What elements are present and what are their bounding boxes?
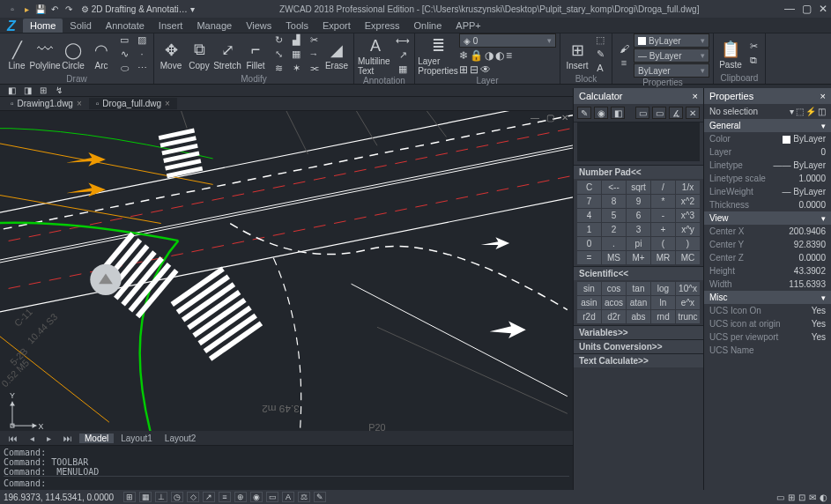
more-draw-icon[interactable]: ⋯ — [134, 62, 150, 74]
tab-solid[interactable]: Solid — [63, 19, 98, 33]
copy-button[interactable]: ⧉Copy — [186, 38, 212, 70]
tab-app[interactable]: APP+ — [449, 19, 487, 33]
layer-iso-icon[interactable]: ◐ — [495, 49, 504, 62]
calc-key[interactable]: * — [651, 195, 675, 208]
calc-key[interactable]: 10^x — [676, 282, 700, 295]
model-toggle[interactable]: ▭ — [266, 492, 278, 502]
match-props-icon[interactable]: 🖌 — [616, 42, 632, 55]
layer-lock-icon[interactable]: ◑ — [485, 49, 493, 62]
close-icon[interactable]: × — [820, 91, 826, 101]
vars-header[interactable]: Variables>> — [574, 325, 703, 339]
selection-name[interactable]: No selection — [709, 107, 758, 116]
tab-express[interactable]: Express — [358, 19, 407, 33]
close-icon[interactable]: × — [693, 91, 698, 101]
calc-key[interactable]: atan — [627, 296, 650, 309]
calc-key[interactable]: r2d — [577, 310, 601, 323]
fillet-button[interactable]: ⌐Fillet — [242, 38, 269, 70]
drawing-area[interactable]: — ▢ ✕ — [0, 111, 573, 431]
props-dd-icon[interactable]: ▾ — [790, 107, 794, 116]
tb-icon-2[interactable]: ◨ — [21, 85, 33, 96]
mirror-icon[interactable]: ▟ — [288, 33, 304, 46]
calc-key[interactable]: C — [577, 181, 601, 194]
calc-key[interactable]: . — [602, 237, 626, 250]
erase-button[interactable]: ◢Erase — [323, 38, 350, 70]
tab-online[interactable]: Online — [407, 19, 449, 33]
lweight-selector[interactable]: — ByLayer — [634, 48, 709, 63]
numpad-header[interactable]: Number Pad<< — [574, 165, 703, 179]
ann2-toggle[interactable]: ⚖ — [298, 492, 310, 502]
calc-tb-5-icon[interactable]: ▭ — [652, 107, 666, 119]
array-icon[interactable]: ▦ — [288, 48, 304, 60]
circle-button[interactable]: ◯Circle — [60, 38, 86, 70]
cycle-toggle[interactable]: ◉ — [250, 492, 263, 502]
calc-key[interactable]: 9 — [627, 195, 650, 208]
app-logo-icon[interactable]: Z — [2, 18, 21, 35]
calc-key[interactable]: ) — [676, 237, 700, 250]
calc-key[interactable]: 8 — [602, 195, 626, 208]
layout-2[interactable]: Layout2 — [160, 434, 202, 443]
new-icon[interactable]: ▫ — [7, 4, 18, 14]
calc-tb-6-icon[interactable]: ∡ — [669, 107, 683, 119]
ann3-toggle[interactable]: ✎ — [314, 492, 326, 502]
calc-key[interactable]: <-- — [602, 181, 626, 194]
copy-clip-icon[interactable]: ⧉ — [746, 55, 761, 67]
calc-key[interactable]: sqrt — [627, 181, 650, 194]
calc-key[interactable]: x^y — [676, 223, 700, 236]
tb-icon-1[interactable]: ◧ — [5, 85, 18, 96]
tab-manage[interactable]: Manage — [189, 19, 239, 33]
prev-icon[interactable]: ◂ — [25, 434, 40, 443]
calc-key[interactable]: ln — [651, 296, 675, 309]
calc-key[interactable]: x^3 — [676, 209, 700, 222]
calc-key[interactable]: cos — [602, 282, 626, 295]
calc-key[interactable]: x^2 — [676, 195, 700, 208]
tab-tools[interactable]: Tools — [278, 19, 315, 33]
drawing-canvas[interactable]: C-11 10.44 S3 5-2B 0.52 M5 3.49 m2 P20 X… — [0, 111, 573, 431]
calc-key[interactable]: 4 — [577, 209, 601, 222]
calc-display[interactable] — [577, 122, 700, 161]
rotate-icon[interactable]: ↻ — [271, 33, 286, 46]
cut-icon[interactable]: ✂ — [746, 41, 761, 53]
ltype-selector[interactable]: ByLayer — [634, 63, 709, 78]
calc-key[interactable]: pi — [627, 237, 650, 250]
tab-export[interactable]: Export — [315, 19, 358, 33]
move-button[interactable]: ✥Move — [158, 38, 184, 70]
calc-tb-1-icon[interactable]: ✎ — [577, 107, 591, 119]
command-input[interactable] — [46, 478, 569, 488]
calc-key[interactable]: trunc — [676, 310, 700, 323]
calc-tb-7-icon[interactable]: ✕ — [686, 107, 700, 119]
calc-key[interactable]: 1/x — [676, 181, 700, 194]
polar-toggle[interactable]: ◷ — [171, 492, 183, 502]
ann-toggle[interactable]: A — [282, 492, 294, 502]
calc-tb-4-icon[interactable]: ▭ — [635, 107, 649, 119]
props-sel-icon[interactable]: ◫ — [818, 107, 826, 116]
calc-key[interactable]: d2r — [602, 310, 626, 323]
cat-view[interactable]: View — [704, 211, 831, 225]
props-quick-icon[interactable]: ⚡ — [805, 107, 816, 116]
calc-key[interactable]: MR — [651, 251, 675, 264]
layer-off-icon[interactable]: ❄ — [459, 49, 468, 62]
scale-icon[interactable]: ⤡ — [271, 48, 286, 60]
mtext-button[interactable]: AMultiline Text — [358, 33, 393, 76]
calc-key[interactable]: abs — [627, 310, 650, 323]
tab-views[interactable]: Views — [239, 19, 278, 33]
props-pick-icon[interactable]: ⬚ — [796, 107, 804, 116]
minimize-icon[interactable]: — — [784, 3, 795, 15]
tab-insert[interactable]: Insert — [152, 19, 190, 33]
table-icon[interactable]: ▦ — [395, 63, 411, 75]
layout-model[interactable]: Model — [79, 434, 114, 443]
layout-1[interactable]: Layout1 — [115, 434, 158, 443]
layer-walk-icon[interactable]: 👁 — [480, 63, 491, 76]
maximize-icon[interactable]: ▢ — [802, 3, 812, 15]
snap-toggle[interactable]: ⊞ — [123, 492, 136, 502]
layer-match-icon[interactable]: ≡ — [506, 49, 512, 62]
ellipse-icon[interactable]: ⬭ — [116, 62, 132, 74]
tab-annotate[interactable]: Annotate — [99, 19, 152, 33]
polyline-button[interactable]: 〰Polyline — [32, 38, 58, 70]
dim-linear-icon[interactable]: ⟷ — [395, 34, 411, 47]
calc-key[interactable]: ( — [651, 237, 675, 250]
calc-key[interactable]: MC — [676, 251, 700, 264]
tb-icon-4[interactable]: ↯ — [53, 85, 65, 96]
calc-key[interactable]: / — [651, 181, 675, 194]
status-r4-icon[interactable]: ✉ — [809, 493, 816, 502]
calc-key[interactable]: 7 — [577, 195, 601, 208]
